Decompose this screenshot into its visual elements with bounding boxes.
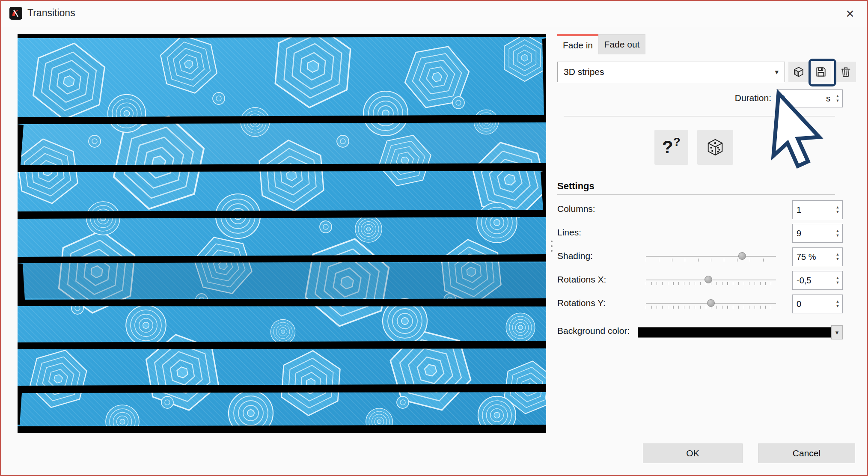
lines-value[interactable]: 9 bbox=[797, 229, 833, 238]
chevron-down-icon: ▾ bbox=[775, 68, 779, 77]
transition-preview bbox=[18, 34, 546, 433]
preset-selected-value: 3D stripes bbox=[564, 67, 604, 77]
rotations-x-slider[interactable] bbox=[646, 274, 776, 287]
cancel-button[interactable]: Cancel bbox=[758, 443, 855, 463]
window-title: Transitions bbox=[27, 7, 75, 19]
app-logo-icon bbox=[9, 7, 22, 20]
shading-slider[interactable] bbox=[646, 250, 776, 263]
spin-down-icon[interactable]: ▼ bbox=[836, 304, 840, 309]
save-icon bbox=[815, 66, 827, 78]
spin-up-icon[interactable]: ▲ bbox=[836, 252, 840, 257]
slider-track bbox=[646, 256, 776, 257]
ok-button[interactable]: OK bbox=[643, 443, 743, 463]
trash-icon bbox=[840, 66, 852, 78]
splitter-handle[interactable] bbox=[550, 241, 553, 258]
spin-up-icon[interactable]: ▲ bbox=[836, 299, 840, 304]
columns-spinbox[interactable]: 1 ▲ ▼ bbox=[792, 200, 843, 219]
shading-label: Shading: bbox=[557, 251, 593, 261]
rotations-y-value[interactable]: 0 bbox=[797, 299, 833, 309]
shading-value[interactable]: 75 % bbox=[797, 252, 833, 262]
dice-random-button[interactable] bbox=[697, 130, 733, 165]
spin-up-icon[interactable]: ▲ bbox=[836, 94, 840, 98]
duration-value[interactable]: 2 bbox=[780, 94, 826, 104]
slider-ticks bbox=[646, 259, 776, 262]
rotations-x-slider-thumb[interactable] bbox=[705, 276, 712, 283]
rotations-y-slider-thumb[interactable] bbox=[707, 299, 715, 307]
lines-spinbox[interactable]: 9 ▲ ▼ bbox=[792, 224, 843, 243]
rotations-y-label: Rotations Y: bbox=[557, 298, 606, 308]
duration-unit: s bbox=[826, 94, 830, 104]
background-color-swatch[interactable] bbox=[638, 327, 831, 338]
duration-label: Duration: bbox=[686, 93, 771, 103]
rotations-x-label: Rotations X: bbox=[557, 274, 606, 285]
columns-value[interactable]: 1 bbox=[797, 205, 833, 215]
tab-fade-out-label: Fade out bbox=[604, 39, 640, 50]
background-color-dropdown-button[interactable]: ▾ bbox=[831, 325, 843, 339]
duration-spinbox[interactable]: 2 s ▲ ▼ bbox=[776, 89, 843, 107]
spin-up-icon[interactable]: ▲ bbox=[836, 276, 840, 280]
transition-preset-dropdown[interactable]: 3D stripes ▾ bbox=[557, 62, 785, 82]
spin-down-icon[interactable]: ▼ bbox=[836, 257, 840, 262]
spin-down-icon[interactable]: ▼ bbox=[836, 280, 840, 285]
rotations-y-slider[interactable] bbox=[646, 298, 776, 310]
chevron-down-icon: ▾ bbox=[835, 329, 839, 336]
save-transition-button[interactable] bbox=[811, 62, 831, 82]
random-transition-button[interactable]: ?? bbox=[654, 130, 688, 165]
spin-down-icon[interactable]: ▼ bbox=[836, 233, 840, 238]
settings-separator bbox=[557, 194, 835, 195]
spin-up-icon[interactable]: ▲ bbox=[836, 205, 840, 210]
tab-fade-in-label: Fade in bbox=[563, 40, 593, 51]
rotations-x-value[interactable]: -0,5 bbox=[797, 276, 833, 286]
rotations-y-spinbox[interactable]: 0 ▲ ▼ bbox=[792, 295, 843, 313]
columns-label: Columns: bbox=[557, 204, 595, 214]
slider-ticks bbox=[646, 282, 776, 285]
lines-label: Lines: bbox=[557, 227, 581, 238]
settings-heading: Settings bbox=[557, 181, 595, 192]
rotations-x-spinbox[interactable]: -0,5 ▲ ▼ bbox=[792, 271, 843, 290]
transitions-dialog: Transitions ✕ bbox=[0, 0, 868, 476]
background-color-label: Background color: bbox=[557, 326, 630, 336]
dice-icon bbox=[705, 137, 725, 157]
delete-transition-button[interactable] bbox=[835, 62, 856, 82]
spin-down-icon[interactable]: ▼ bbox=[836, 98, 840, 103]
shading-slider-thumb[interactable] bbox=[738, 252, 746, 260]
tab-fade-in[interactable]: Fade in bbox=[557, 34, 598, 54]
duration-spin-arrows: ▲ ▼ bbox=[833, 90, 842, 107]
cube-icon bbox=[793, 66, 805, 78]
titlebar: Transitions ✕ bbox=[1, 1, 867, 27]
shading-spinbox[interactable]: 75 % ▲ ▼ bbox=[792, 247, 843, 266]
question-mark-icon: ? bbox=[662, 137, 673, 158]
tab-fade-out[interactable]: Fade out bbox=[598, 34, 645, 54]
spin-down-icon[interactable]: ▼ bbox=[836, 210, 840, 214]
spin-up-icon[interactable]: ▲ bbox=[836, 229, 840, 233]
preview-3d-button[interactable] bbox=[788, 62, 809, 82]
duration-separator bbox=[564, 116, 835, 116]
close-icon[interactable]: ✕ bbox=[842, 6, 858, 21]
